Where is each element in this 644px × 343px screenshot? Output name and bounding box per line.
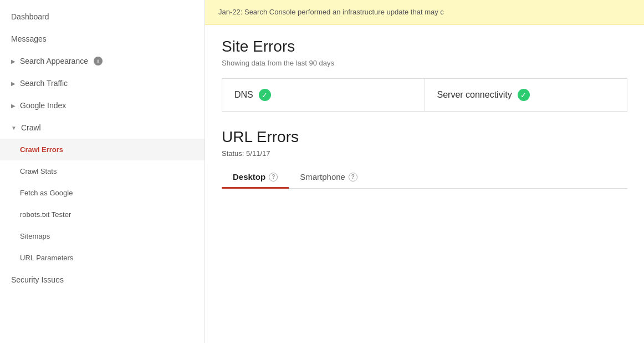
sidebar-item-url-parameters[interactable]: URL Parameters bbox=[0, 247, 205, 269]
sidebar-item-label: Search Appearance bbox=[20, 57, 88, 65]
server-connectivity-label: Server connectivity bbox=[437, 90, 512, 100]
dns-status-icon: ✓ bbox=[259, 89, 271, 101]
server-connectivity-cell: Server connectivity ✓ bbox=[425, 79, 627, 111]
sidebar-item-crawl[interactable]: ▼ Crawl bbox=[0, 117, 205, 139]
url-errors-title: URL Errors bbox=[222, 128, 627, 146]
tab-smartphone[interactable]: Smartphone ? bbox=[289, 167, 369, 189]
expand-icon: ▶ bbox=[11, 103, 16, 109]
sidebar-item-label: Google Index bbox=[20, 101, 66, 110]
sidebar-item-label: Crawl Stats bbox=[20, 167, 57, 175]
sidebar-item-fetch-as-google[interactable]: Fetch as Google bbox=[0, 182, 205, 204]
dns-cell: DNS ✓ bbox=[222, 79, 425, 111]
sidebar-item-dashboard[interactable]: Dashboard bbox=[0, 6, 205, 28]
sidebar-item-label: Crawl Errors bbox=[20, 145, 63, 154]
tab-smartphone-label: Smartphone bbox=[300, 172, 345, 181]
sidebar-item-label: robots.txt Tester bbox=[20, 210, 71, 219]
expand-icon: ▼ bbox=[11, 125, 17, 131]
sidebar-item-crawl-errors[interactable]: Crawl Errors bbox=[0, 139, 205, 160]
site-errors-title: Site Errors bbox=[222, 38, 627, 56]
site-errors-subtitle: Showing data from the last 90 days bbox=[222, 59, 627, 67]
site-errors-grid: DNS ✓ Server connectivity ✓ bbox=[222, 78, 627, 112]
banner-text: Jan-22: Search Console performed an infr… bbox=[218, 8, 444, 16]
desktop-help-icon[interactable]: ? bbox=[269, 173, 278, 181]
sidebar-item-security-issues[interactable]: Security Issues bbox=[0, 269, 205, 291]
sidebar-item-crawl-stats[interactable]: Crawl Stats bbox=[0, 160, 205, 182]
sidebar-item-search-appearance[interactable]: ▶ Search Appearance i bbox=[0, 50, 205, 72]
server-connectivity-status-icon: ✓ bbox=[518, 89, 530, 101]
sidebar-item-label: Crawl bbox=[21, 123, 41, 132]
dns-label: DNS bbox=[234, 90, 253, 100]
sidebar-item-label: Fetch as Google bbox=[20, 189, 73, 197]
url-errors-tabs: Desktop ? Smartphone ? bbox=[222, 167, 627, 189]
sidebar-item-label: Security Issues bbox=[11, 275, 64, 284]
sidebar-item-google-index[interactable]: ▶ Google Index bbox=[0, 94, 205, 117]
tab-desktop-label: Desktop bbox=[233, 172, 265, 181]
sidebar: Dashboard Messages ▶ Search Appearance i… bbox=[0, 0, 205, 343]
sidebar-item-label: Sitemaps bbox=[20, 232, 50, 240]
expand-icon: ▶ bbox=[11, 58, 16, 64]
url-errors-status: Status: 5/11/17 bbox=[222, 149, 627, 158]
sidebar-item-label: Dashboard bbox=[11, 12, 49, 21]
sidebar-item-label: Search Traffic bbox=[20, 79, 68, 88]
main-content: Jan-22: Search Console performed an infr… bbox=[205, 0, 644, 343]
sidebar-item-messages[interactable]: Messages bbox=[0, 28, 205, 50]
expand-icon: ▶ bbox=[11, 80, 16, 87]
info-icon: i bbox=[94, 57, 103, 65]
sidebar-item-search-traffic[interactable]: ▶ Search Traffic bbox=[0, 72, 205, 94]
sidebar-item-label: Messages bbox=[11, 34, 47, 43]
smartphone-help-icon[interactable]: ? bbox=[349, 173, 357, 181]
content-area: Site Errors Showing data from the last 9… bbox=[205, 24, 644, 202]
tab-desktop[interactable]: Desktop ? bbox=[222, 167, 289, 189]
sidebar-item-sitemaps[interactable]: Sitemaps bbox=[0, 225, 205, 247]
info-banner: Jan-22: Search Console performed an infr… bbox=[205, 0, 644, 24]
sidebar-item-robots-txt[interactable]: robots.txt Tester bbox=[0, 204, 205, 225]
sidebar-item-label: URL Parameters bbox=[20, 254, 73, 262]
